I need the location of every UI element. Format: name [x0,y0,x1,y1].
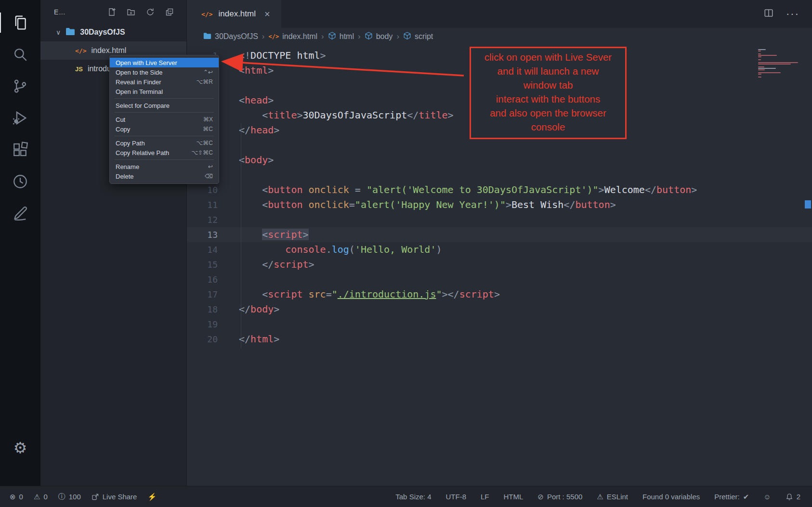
search-icon[interactable] [0,39,40,70]
line-number: 13 [187,227,218,242]
menu-item-shortcut: ↩ [208,163,213,170]
code-line-11[interactable]: 11 <button onclick="alert('Happy New Yea… [187,197,812,212]
menu-item-label: Rename [116,163,202,170]
status-eslint[interactable]: ⚠ESLint [597,493,628,501]
code-line-19[interactable]: 19 [187,317,812,332]
line-number: 17 [187,287,218,302]
menu-item-label: Select for Compare [116,102,213,109]
html-file-icon: </> [201,11,212,18]
code-line-16[interactable]: 16 [187,272,812,287]
line-content: </head> [239,123,279,138]
code-line-12[interactable]: 12 [187,212,812,227]
menu-item-label: Delete [116,173,199,180]
code-line-9[interactable]: 9 [187,168,812,182]
breadcrumb-symbol-script[interactable]: script [403,32,433,42]
code-line-8[interactable]: 8<body> [187,153,812,168]
breadcrumb-folder[interactable]: 30DaysOfJS [203,32,258,42]
folder-icon [203,32,211,42]
status-encoding[interactable]: UTF-8 [446,493,467,501]
chevron-right-icon: › [396,32,399,41]
menu-item-label: Cut [116,116,197,123]
clock-icon[interactable] [0,166,40,197]
refresh-icon[interactable] [146,8,155,16]
menu-item-copy-relative-path[interactable]: Copy Relative Path⌥⇧⌘C [110,148,219,157]
menu-item-open-in-terminal[interactable]: Open in Terminal [110,87,219,96]
line-number: 14 [187,242,218,257]
status-prettier[interactable]: Prettier:✔ [714,493,749,501]
menu-item-shortcut: ⌥⇧⌘C [191,149,213,156]
minimap-line [758,64,791,65]
collapse-folders-icon[interactable] [165,8,174,16]
menu-separator [115,112,214,113]
menu-item-label: Copy [116,126,197,133]
settings-gear-icon[interactable]: ⚙ [0,432,40,464]
status-bar: ⊗0⚠0ⓘ100Live Share⚡ Tab Size: 4UTF-8LFHT… [0,486,812,507]
status-live-server-port[interactable]: ⊘Port : 5500 [537,493,582,501]
status-label: Tab Size: 4 [395,493,431,501]
line-number: 16 [187,272,218,287]
status-label: ESLint [607,493,628,501]
menu-item-rename[interactable]: Rename↩ [110,162,219,171]
line-content: </script> [239,257,314,272]
bell-icon [786,493,793,501]
scrollbar-marker[interactable] [805,200,811,208]
line-content: <!DOCTYPE html> [239,48,326,63]
status-live-share[interactable]: Live Share [92,493,137,501]
code-line-10[interactable]: 10 <button onclick = "alert('Welcome to … [187,182,812,197]
minimap-line [758,59,761,60]
menu-item-copy[interactable]: Copy⌘C [110,124,219,134]
code-line-13[interactable]: 13 <script> [187,227,812,242]
status-notifications-bell[interactable]: 2 [786,493,800,501]
menu-separator [115,98,214,99]
pen-icon[interactable] [0,197,40,229]
run-and-debug-icon[interactable] [0,102,40,134]
minimap-line [758,49,766,50]
explorer-icon[interactable] [0,7,40,39]
menu-item-delete[interactable]: Delete⌫ [110,171,219,181]
status-errors[interactable]: ⊗0 [10,493,23,501]
code-line-7[interactable]: 7 [187,138,812,153]
status-label: UTF-8 [446,493,467,501]
breadcrumb-symbol-html[interactable]: html [328,32,354,42]
status-label: LF [481,493,489,501]
breadcrumb-symbol-body[interactable]: body [365,32,393,42]
status-info[interactable]: ⓘ100 [58,492,81,501]
new-file-icon[interactable] [107,8,116,16]
code-line-15[interactable]: 15 </script> [187,257,812,272]
menu-item-copy-path[interactable]: Copy Path⌥⌘C [110,138,219,148]
minimap-line [758,51,761,52]
code-line-14[interactable]: 14 console.log('Hello, World') [187,242,812,257]
status-eol[interactable]: LF [481,493,489,501]
source-control-icon[interactable] [0,70,40,102]
status-zap[interactable]: ⚡ [147,493,157,501]
status-label: Port : 5500 [547,493,582,501]
menu-item-open-to-the-side[interactable]: Open to the Side⌃↩ [110,67,219,77]
more-actions-icon[interactable]: ··· [786,12,799,16]
code-line-20[interactable]: 20</html> [187,332,812,347]
tab-index-html[interactable]: </> index.html × [187,0,281,28]
minimap[interactable] [758,49,802,78]
menu-item-select-for-compare[interactable]: Select for Compare [110,101,219,110]
status-feedback-smiley[interactable]: ☺ [763,493,771,501]
status-tab-size[interactable]: Tab Size: 4 [395,493,431,501]
new-folder-icon[interactable] [127,8,135,16]
zap-icon: ⚡ [147,493,157,501]
menu-item-open-with-live-server[interactable]: Open with Live Server [110,58,219,67]
code-line-17[interactable]: 17 <script src="./introduction.js"></scr… [187,287,812,302]
menu-item-cut[interactable]: Cut⌘X [110,115,219,124]
extensions-icon[interactable] [0,134,40,166]
explorer-toolbar [107,8,174,16]
menu-item-reveal-in-finder[interactable]: Reveal in Finder⌥⌘R [110,77,219,87]
code-line-18[interactable]: 18</body> [187,302,812,317]
line-content: <head> [239,93,274,108]
tree-root-folder[interactable]: ∨ 30DaysOfJS [40,23,186,41]
symbol-cube-icon [328,32,336,42]
close-icon[interactable]: × [264,9,270,20]
status-language-mode[interactable]: HTML [504,493,524,501]
file-label: index.html [91,46,126,55]
status-warnings[interactable]: ⚠0 [34,493,48,501]
warning-icon: ⚠ [34,493,40,501]
status-found-variables[interactable]: Found 0 variables [642,493,700,501]
split-editor-icon[interactable] [764,8,773,20]
breadcrumb-file[interactable]: </> index.html [268,32,317,41]
